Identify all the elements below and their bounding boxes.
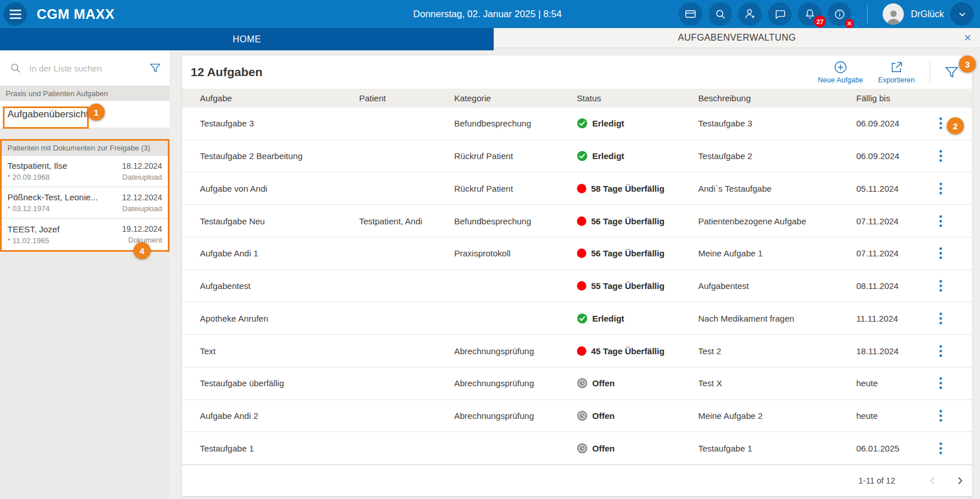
column-header-beschreibung[interactable]: Beschreibung — [698, 93, 856, 103]
page-title: 12 Aufgaben — [191, 65, 262, 79]
task-cell-beschreibung: Meine Aufgabe 1 — [698, 248, 856, 258]
search-input[interactable] — [29, 64, 149, 73]
document-date: 18.12.2024 — [122, 161, 162, 171]
topbar-divider — [867, 5, 868, 23]
status-label: 45 Tage Überfällig — [591, 346, 664, 356]
pagination-next-button[interactable] — [953, 473, 967, 488]
task-cell-actions — [923, 441, 958, 456]
card-icon — [684, 7, 697, 21]
task-cell-aufgabe: Testaufgabe Neu — [182, 216, 359, 226]
status-label: 56 Tage Überfällig — [591, 216, 664, 226]
new-task-label: Neue Aufgabe — [818, 76, 863, 84]
task-row[interactable]: Aufgabe Andi 2AbrechnungsprüfungOffenMei… — [182, 400, 972, 433]
search-button[interactable] — [709, 2, 732, 26]
add-person-icon — [743, 7, 757, 21]
tab-aufgabenverwaltung-label: AUFGABENVERWALTUNG — [678, 33, 796, 43]
row-menu-button[interactable] — [933, 116, 948, 131]
patient-document-info: 12.12.2024Dateiupload — [122, 193, 162, 213]
row-menu-button[interactable] — [933, 279, 948, 294]
kebab-menu-icon — [939, 183, 942, 195]
task-cell-kategorie: Abrechnungsprüfung — [454, 346, 577, 356]
column-header-aufgabe[interactable]: Aufgabe — [182, 93, 359, 103]
row-menu-button[interactable] — [933, 441, 948, 456]
tab-close-icon[interactable]: ✕ — [963, 32, 972, 44]
task-row[interactable]: Apotheke AnrufenErledigtNach Medikament … — [182, 302, 972, 335]
status-label: Offen — [592, 411, 615, 421]
status-done-icon — [577, 313, 588, 324]
status-badge: Erledigt — [577, 118, 698, 129]
task-row[interactable]: TextAbrechnungsprüfung45 Tage Überfällig… — [182, 335, 972, 367]
tab-home[interactable]: HOME — [0, 28, 494, 50]
task-cell-beschreibung: Nach Medikament fragen — [698, 314, 856, 323]
task-cell-status: Erledigt — [577, 151, 698, 161]
status-open-icon — [577, 378, 588, 389]
row-menu-button[interactable] — [933, 246, 948, 261]
row-menu-button[interactable] — [933, 408, 948, 423]
header-actions: Neue Aufgabe Exportieren — [803, 60, 972, 84]
user-menu-button[interactable] — [950, 2, 974, 26]
task-row[interactable]: Testaufgabe NeuTestpatient, AndiBefundbe… — [182, 205, 972, 237]
task-cell-actions — [923, 279, 958, 294]
task-row[interactable]: Testaufgabe überfälligAbrechnungsprüfung… — [182, 367, 972, 400]
status-overdue-icon — [577, 346, 587, 356]
row-menu-button[interactable] — [933, 343, 948, 358]
task-cell-actions — [923, 376, 958, 391]
document-date: 19.12.2024 — [122, 224, 162, 233]
app-window: CGM MAXX Donnerstag, 02. Januar 2025 | 8… — [0, 0, 980, 499]
status-open-icon — [577, 443, 588, 454]
patient-birthdate: * 03.12.1974 — [7, 204, 98, 213]
row-menu-button[interactable] — [933, 149, 948, 164]
hamburger-menu-button[interactable] — [3, 2, 27, 26]
filter-icon[interactable] — [149, 62, 162, 74]
tab-aufgabenverwaltung[interactable]: AUFGABENVERWALTUNG ✕ — [494, 28, 980, 48]
task-row[interactable]: Aufgabentest55 Tage ÜberfälligAufgabente… — [182, 270, 972, 303]
column-header-patient[interactable]: Patient — [359, 93, 454, 103]
task-row[interactable]: Aufgabe Andi 1Praxisprotokoll56 Tage Übe… — [182, 237, 972, 270]
row-menu-button[interactable] — [933, 213, 948, 228]
content-area: Praxis und Patienten Aufgaben Aufgabenüb… — [0, 50, 980, 499]
sidebar-item-aufgabenuebersicht[interactable]: Aufgabenübersicht 1 — [0, 101, 170, 128]
notifications-button[interactable]: 27 — [798, 2, 821, 26]
card-header: 12 Aufgaben Neue Aufgabe Exportieren — [182, 56, 972, 89]
task-cell-faellig-bis: 05.11.2024 — [856, 184, 923, 193]
column-header-kategorie[interactable]: Kategorie — [454, 93, 577, 103]
column-header-faellig-bis[interactable]: Fällig bis — [856, 93, 923, 103]
add-circle-icon — [833, 60, 848, 74]
export-button[interactable]: Exportieren — [878, 60, 915, 84]
kebab-menu-icon — [939, 150, 942, 162]
task-cell-patient: Testpatient, Andi — [359, 216, 454, 226]
cross-icon — [847, 21, 852, 26]
task-cell-faellig-bis: heute — [856, 411, 923, 421]
pagination-prev-button[interactable] — [925, 473, 940, 488]
column-header-status[interactable]: Status — [577, 93, 698, 103]
task-row[interactable]: Testaufgabe 2 BearbeitungRückruf Patient… — [182, 140, 972, 173]
topbar-datetime: Donnerstag, 02. Januar 2025 | 8:54 — [413, 9, 561, 19]
info-button[interactable] — [828, 2, 851, 26]
add-patient-button[interactable] — [738, 2, 762, 26]
task-cell-kategorie: Befundbesprechung — [454, 118, 577, 128]
insurance-card-button[interactable] — [679, 2, 702, 26]
task-row[interactable]: Testaufgabe 1OffenTestaufgabe 106.01.202… — [182, 432, 972, 465]
sidebar-section-tasks: Praxis und Patienten Aufgaben — [0, 86, 170, 101]
new-task-button[interactable]: Neue Aufgabe — [818, 60, 863, 84]
status-badge: 56 Tage Überfällig — [577, 216, 698, 226]
task-row[interactable]: Aufgabe von AndiRückruf Patient58 Tage Ü… — [182, 172, 972, 205]
task-cell-beschreibung: Aufgabentest — [698, 281, 856, 291]
patient-list-item[interactable]: Pößneck-Test, Leonie...* 03.12.197412.12… — [2, 187, 168, 219]
row-menu-button[interactable] — [933, 181, 948, 196]
task-cell-status: 56 Tage Überfällig — [577, 216, 698, 226]
patient-list-item[interactable]: Testpatient, Ilse* 20.09.196818.12.2024D… — [2, 156, 168, 187]
export-label: Exportieren — [878, 76, 915, 84]
table-filter-button[interactable] — [944, 65, 959, 80]
row-menu-button[interactable] — [933, 376, 948, 391]
task-cell-beschreibung: Test X — [698, 378, 856, 388]
sidebar: Praxis und Patienten Aufgaben Aufgabenüb… — [0, 50, 170, 499]
row-menu-button[interactable] — [933, 311, 948, 326]
task-cell-faellig-bis: 06.01.2025 — [856, 443, 923, 453]
sidebar-search-row — [0, 50, 170, 86]
messages-button[interactable] — [768, 2, 792, 26]
tasks-card: 12 Aufgaben Neue Aufgabe Exportieren — [182, 56, 972, 496]
user-avatar[interactable] — [883, 3, 904, 25]
task-row[interactable]: Testaufgabe 3BefundbesprechungErledigtTe… — [182, 108, 972, 140]
user-name: DrGlück — [911, 9, 944, 19]
